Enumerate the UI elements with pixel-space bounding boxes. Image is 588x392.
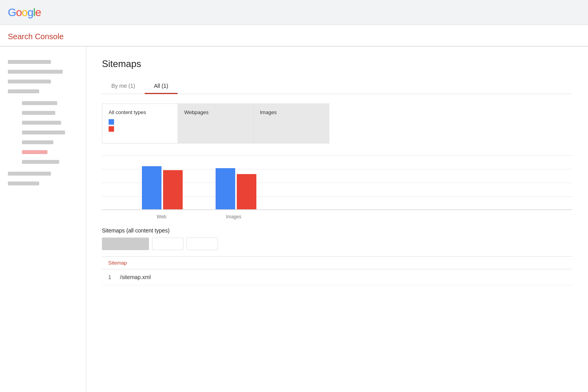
sitemap-row[interactable]: 1 /sitemap.xml: [102, 269, 572, 285]
sidebar-subitem-1[interactable]: [14, 99, 86, 107]
content-type-images[interactable]: Images: [254, 104, 329, 143]
sitemap-row-num: 1: [108, 274, 120, 280]
legend-blue-box: [109, 119, 114, 125]
sidebar-subbar-2: [22, 111, 55, 115]
logo-o1: o: [16, 6, 22, 19]
sidebar-subbar-3: [22, 121, 61, 125]
sidebar-bar-6: [8, 181, 39, 185]
tabs-container: By me (1) All (1): [102, 79, 572, 94]
page-title: Sitemaps: [102, 58, 572, 69]
bar-web-blue: [142, 166, 162, 209]
tab-byme[interactable]: By me (1): [102, 79, 145, 94]
sidebar-group-1: [0, 58, 86, 96]
sitemap-table-header: Sitemap: [102, 257, 572, 269]
chart-wrapper: [102, 155, 572, 210]
sidebar-subitem-5[interactable]: [14, 138, 86, 147]
content-type-grid: All content types Webpages Images: [102, 103, 329, 143]
logo-o2: o: [22, 6, 27, 19]
chart-label-images: Images: [213, 214, 254, 220]
sidebar-subitem-2[interactable]: [14, 109, 86, 117]
chart-container: [102, 155, 572, 210]
sidebar-subbar-7: [22, 160, 59, 164]
bar-images-red: [237, 174, 256, 209]
content-type-webpages[interactable]: Webpages: [178, 104, 254, 143]
sidebar-subbar-pink: [22, 150, 47, 154]
sidebar-group-3: [0, 169, 86, 188]
content-type-webpages-label: Webpages: [184, 109, 247, 115]
sidebar-subbar-4: [22, 131, 65, 134]
sc-title[interactable]: Search Console: [8, 32, 580, 46]
sidebar-bar-3: [8, 80, 51, 83]
sidebar-subbar-5: [22, 140, 53, 144]
sidebar-item-4[interactable]: [0, 87, 86, 96]
filter-box-small-2[interactable]: [187, 238, 218, 250]
bar-web-red: [163, 170, 183, 209]
legend-blue: [109, 119, 171, 125]
sidebar-item-6[interactable]: [0, 179, 86, 188]
sidebar-item-1[interactable]: [0, 58, 86, 66]
bar-images-blue: [216, 168, 235, 209]
sc-header: Search Console: [0, 25, 588, 46]
filter-box-small-1[interactable]: [152, 238, 183, 250]
sitemaps-section: Sitemaps (all content types) Sitemap 1 /…: [102, 227, 572, 285]
content-type-all[interactable]: All content types: [102, 104, 178, 143]
sitemap-row-path[interactable]: /sitemap.xml: [120, 274, 151, 280]
sidebar: [0, 47, 86, 392]
sidebar-subitem-6[interactable]: [14, 148, 86, 156]
chart-labels: Web Images: [102, 214, 572, 220]
sidebar-item-5[interactable]: [0, 169, 86, 178]
content-type-all-label: All content types: [109, 109, 171, 115]
sidebar-subitem-4[interactable]: [14, 128, 86, 137]
main-layout: Sitemaps By me (1) All (1) All content t…: [0, 47, 588, 392]
legend-red-box: [109, 126, 114, 132]
logo-e: e: [35, 6, 41, 19]
legend-red: [109, 126, 171, 132]
topbar: Google: [0, 0, 588, 25]
filter-box-wide[interactable]: [102, 238, 149, 250]
sidebar-group-2: [0, 99, 86, 166]
sitemap-col-label: Sitemap: [108, 260, 127, 266]
chart-label-web: Web: [141, 214, 182, 220]
sidebar-bar-4: [8, 89, 39, 93]
sitemaps-section-title: Sitemaps (all content types): [102, 227, 572, 234]
sitemaps-filters: [102, 238, 572, 250]
sidebar-subitem-7[interactable]: [14, 158, 86, 166]
google-logo: Google: [8, 6, 41, 19]
chart-group-images: [215, 168, 257, 209]
sidebar-item-2[interactable]: [0, 67, 86, 76]
sidebar-subitem-3[interactable]: [14, 118, 86, 127]
content-type-images-label: Images: [260, 109, 323, 115]
logo-g: G: [8, 6, 16, 19]
logo-g2: g: [27, 6, 33, 19]
tab-all[interactable]: All (1): [145, 79, 178, 94]
sidebar-bar-5: [8, 172, 51, 176]
sidebar-bar-1: [8, 60, 51, 64]
sidebar-subbar-1: [22, 101, 57, 105]
sidebar-item-3[interactable]: [0, 77, 86, 86]
sidebar-bar-2: [8, 70, 63, 74]
content-area: Sitemaps By me (1) All (1) All content t…: [86, 47, 588, 392]
chart-group-web: [141, 166, 183, 209]
